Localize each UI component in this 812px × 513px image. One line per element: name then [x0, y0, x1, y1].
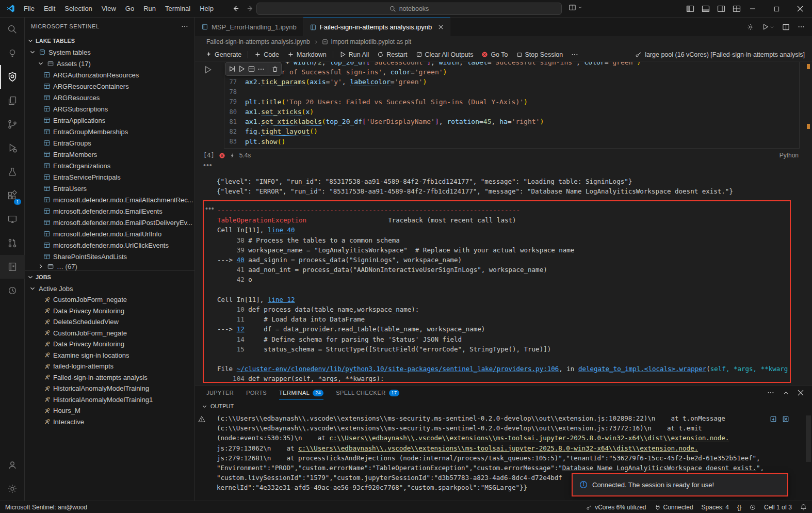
job-row[interactable]: HistoricalAnomalyModelTraining1 — [25, 394, 194, 406]
lightbulb-icon[interactable] — [0, 41, 25, 65]
table-row[interactable]: EntraApplications — [25, 115, 194, 126]
menu-item[interactable]: Help — [195, 0, 218, 18]
code-line[interactable]: 80 ax1.set_xticks(x) — [224, 107, 799, 117]
close-tab-icon[interactable] — [438, 24, 444, 30]
extensions-icon[interactable]: 1 — [0, 184, 25, 207]
link[interactable]: c:\\Users\\edbaynash\\.vscode\\extension… — [329, 434, 729, 442]
table-row[interactable]: SharePointSitesAndLists — [25, 251, 194, 262]
job-row[interactable]: Data Privacy Monitoring — [25, 339, 194, 350]
tree-item-assets[interactable]: Assets (17) — [25, 58, 194, 69]
link[interactable]: ~/cluster-env/clonedenv/lib/python3.10/s… — [237, 365, 559, 373]
link[interactable]: Database Name LogAnalyiticsWorkspace doe… — [562, 464, 756, 472]
more-actions-icon[interactable] — [257, 66, 265, 73]
output-options-icon[interactable]: ••• — [205, 204, 215, 213]
execute-above-icon[interactable] — [228, 65, 236, 73]
run-all-icon[interactable] — [762, 23, 774, 30]
tab-msp-errorhandling[interactable]: MSP_ErrorHandling_1.ipynb — [195, 18, 303, 36]
job-row[interactable]: Failed-sign-in-attempts analysis — [25, 372, 194, 383]
notebook-scroll-area[interactable]: ax2.bar(x + width/2, top_20_df['SuccessC… — [195, 62, 812, 385]
output-options-icon[interactable]: ••• — [203, 161, 213, 169]
split-cell-icon[interactable] — [248, 65, 255, 73]
link[interactable]: c:\\Users\\edbaynash\\.vscode\\extension… — [298, 444, 698, 452]
kernel-status-icon[interactable] — [750, 504, 756, 510]
maximize-button[interactable] — [765, 0, 788, 18]
table-row[interactable]: EntraServicePrincipals — [25, 171, 194, 183]
table-row[interactable]: EntraOrganizations — [25, 160, 194, 171]
forward-arrow-icon[interactable] — [247, 5, 254, 12]
run-all-button[interactable]: Run All — [335, 49, 373, 61]
back-arrow-icon[interactable] — [232, 5, 239, 12]
maximize-panel-icon[interactable] — [783, 390, 789, 396]
table-row[interactable]: EntraUsers — [25, 183, 194, 194]
customize-layout-icon[interactable] — [733, 5, 741, 13]
more-actions-icon[interactable] — [798, 23, 805, 30]
link[interactable]: delegate_to_impl.<locals>.wrapper — [578, 365, 706, 373]
layout-control[interactable] — [569, 4, 583, 11]
table-row[interactable]: microsoft.defender.mdo.UrlClickEvents — [25, 239, 194, 251]
close-panel-icon[interactable] — [798, 390, 804, 396]
notebook-icon[interactable] — [0, 255, 25, 279]
breadcrumb[interactable]: Failed-sign-in-attempts analysis.ipynb i… — [195, 36, 812, 47]
job-row[interactable]: Data Privacy Monitoring — [25, 306, 194, 317]
section-jobs[interactable]: JOBS — [25, 270, 194, 283]
editor-scrollbar[interactable] — [806, 62, 811, 385]
menu-item[interactable]: Selection — [60, 0, 96, 18]
table-row[interactable]: EntraMembers — [25, 149, 194, 160]
table-row[interactable]: ARGResources — [25, 92, 194, 103]
job-row[interactable]: DeleteScheduledView — [25, 316, 194, 328]
tree-item-active-jobs[interactable]: Active Jobs — [25, 283, 194, 294]
menu-item[interactable]: Run — [139, 0, 160, 18]
session-ready-notification[interactable]: Connected. The session is ready for use! — [572, 473, 788, 496]
close-button[interactable] — [788, 0, 812, 18]
execute-cell-and-below-icon[interactable] — [238, 65, 246, 73]
link[interactable]: line 40 — [268, 226, 295, 234]
menu-item[interactable]: Terminal — [160, 0, 195, 18]
generate-button[interactable]: Generate — [201, 49, 246, 61]
more-actions-icon[interactable] — [767, 389, 774, 396]
toggle-sidebar-icon[interactable] — [686, 5, 694, 13]
panel-tab[interactable]: TERMINAL 24 — [279, 386, 323, 400]
restart-button[interactable]: Restart — [373, 49, 411, 61]
toggle-secondary-sidebar-icon[interactable] — [717, 5, 725, 13]
job-row[interactable]: Examine sign-in locations — [25, 350, 194, 361]
run-cell-button[interactable] — [203, 65, 213, 74]
panel-tab[interactable]: JUPYTER — [206, 386, 234, 400]
account-icon[interactable] — [0, 453, 25, 477]
delete-cell-icon[interactable] — [271, 66, 279, 73]
job-row[interactable]: failed-login-attempts — [25, 361, 194, 372]
code-cell-editor[interactable]: ax2.bar(x + width/2, top_20_df['SuccessC… — [224, 62, 800, 149]
output-section-header[interactable]: OUTPUT — [195, 400, 812, 412]
files-icon[interactable] — [0, 89, 25, 113]
notifications-bell-icon[interactable] — [800, 504, 807, 510]
menu-item[interactable]: Go — [121, 0, 139, 18]
vcores-status[interactable]: vCores 6% utilized — [586, 504, 646, 511]
clear-all-outputs-button[interactable]: Clear All Outputs — [412, 49, 478, 61]
link[interactable]: 12 — [237, 325, 245, 333]
menu-item[interactable]: Edit — [39, 0, 60, 18]
code-line[interactable]: 79 plt.title('Top 20 Users: Failed vs Su… — [224, 97, 799, 107]
code-line[interactable]: 78 — [224, 87, 799, 97]
menu-item[interactable]: File — [19, 0, 39, 18]
run-debug-icon[interactable] — [0, 136, 25, 160]
stop-session-button[interactable]: Stop Session — [512, 49, 567, 61]
cell-indicator[interactable]: Cell 1 of 3 — [764, 504, 792, 511]
job-row[interactable]: HistoricalAnomalyModelTraining — [25, 383, 194, 394]
table-row[interactable]: microsoft.defender.mdo.EmailEvents — [25, 205, 194, 217]
toggle-panel-icon[interactable] — [702, 5, 710, 13]
panel-tab[interactable]: SPELL CHECKER 17 — [336, 386, 399, 400]
cell-language[interactable]: Python — [779, 152, 799, 159]
spaces-indicator[interactable]: Spaces: 4 — [702, 504, 729, 511]
clear-terminal-icon[interactable] — [782, 415, 789, 423]
link[interactable]: 40 — [237, 256, 245, 264]
source-control-icon[interactable] — [0, 113, 25, 136]
job-row[interactable]: CustomJobForm_negate — [25, 328, 194, 339]
test-beaker-icon[interactable] — [0, 160, 25, 184]
terminal-output-area[interactable]: (c:\\Users\\edbaynash\\.vscode\\extensio… — [195, 412, 812, 501]
command-center-search[interactable]: notebooks — [256, 3, 562, 15]
pull-request-icon[interactable] — [0, 231, 25, 255]
job-row[interactable]: Hours_M — [25, 405, 194, 416]
code-line[interactable]: 81 ax1.set_xticklabels(top_20_df['UserDi… — [224, 117, 799, 126]
code-line[interactable]: 77 ax2.tick_params(axis='y', labelcolor=… — [224, 77, 799, 87]
add-markdown-cell-button[interactable]: Markdown — [283, 49, 331, 61]
code-line[interactable]: 82 fig.tight_layout() — [224, 126, 799, 136]
